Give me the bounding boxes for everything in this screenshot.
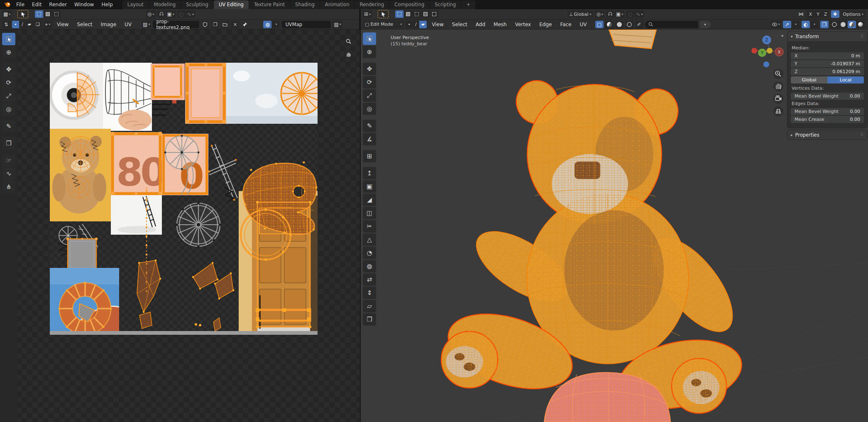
panel-drag-dots-icon[interactable]: ⠿ <box>861 132 864 137</box>
uv-tool-relax[interactable]: ∿ <box>2 167 15 180</box>
v3d-zoom-icon[interactable] <box>773 69 783 79</box>
median-y-field[interactable]: Y-0.019037 m <box>791 60 864 67</box>
uv-tool-cursor[interactable]: ⊕ <box>2 46 15 59</box>
door-plane-fragment[interactable] <box>609 29 656 49</box>
uv-tool-transform[interactable]: ◎ <box>2 103 15 115</box>
pivot-point-dropdown[interactable]: ◎▾ <box>595 10 604 18</box>
edge-mode-button[interactable]: ∕ <box>413 21 419 28</box>
uv-select-mode-set[interactable] <box>35 10 43 18</box>
shading-wireframe-button[interactable] <box>830 21 839 28</box>
uv-active-tool-indicator[interactable] <box>17 10 28 18</box>
tab-shading[interactable]: Shading <box>290 0 320 9</box>
v3d-tool-add-cube[interactable]: ⊞ <box>363 150 376 162</box>
uv-edge-select-button[interactable]: ∕ <box>20 21 25 28</box>
shading-solid-button[interactable] <box>839 21 847 28</box>
local-space-button[interactable]: Local <box>827 76 864 83</box>
tab-compositing[interactable]: Compositing <box>389 0 429 9</box>
v3d-menu-uv[interactable]: UV <box>577 20 590 29</box>
uv-map-name-field[interactable]: UVMap <box>282 21 331 28</box>
show-gizmo-toggle[interactable]: ↗ <box>783 21 791 28</box>
v3d-ortho-grid-icon[interactable] <box>773 106 783 116</box>
uv-map-icon[interactable]: ◍ <box>263 21 271 28</box>
v3d-menu-face[interactable]: Face <box>557 20 575 29</box>
tab-sculpting[interactable]: Sculpting <box>181 0 213 9</box>
menu-edit[interactable]: Edit <box>28 0 45 9</box>
shading-rendered-button[interactable] <box>856 21 865 28</box>
uv-menu-select[interactable]: Select <box>73 20 95 29</box>
shading-globe-icon[interactable] <box>625 21 633 28</box>
v3d-tool-poly-build[interactable]: △ <box>363 233 376 246</box>
show-overlays-toggle[interactable]: ◐ <box>802 21 810 28</box>
uv-pan-hand-icon[interactable] <box>343 49 353 59</box>
uv-island-select-button[interactable]: ❏ <box>34 21 42 28</box>
object-visibility-dropdown[interactable]: ▾ <box>770 21 781 28</box>
header-overflow-chevron[interactable]: ▾ <box>700 21 711 28</box>
v3d-tool-smooth[interactable]: ◍ <box>363 260 376 272</box>
uv-menu-uv[interactable]: UV <box>121 20 135 29</box>
v3d-tool-transform[interactable]: ◎ <box>363 103 376 115</box>
snap-target-dropdown[interactable]: ▣▾ <box>615 10 624 18</box>
v3d-tool-loop-cut[interactable]: ◫ <box>363 207 376 219</box>
uv-image-browse-dropdown[interactable]: ▨▾ <box>142 21 151 28</box>
menu-window[interactable]: Window <box>71 0 98 9</box>
uv-tool-rip-region[interactable]: ❐ <box>2 137 15 150</box>
menu-render[interactable]: Render <box>45 0 71 9</box>
v3d-tool-measure[interactable]: ∡ <box>363 133 376 145</box>
v3d-tool-knife[interactable]: ✂ <box>363 220 376 233</box>
uv-snap-target-dropdown[interactable]: ▣▾ <box>166 10 176 18</box>
tab-uv-editing[interactable]: UV Editing <box>214 0 249 9</box>
overlays-dropdown[interactable]: ▾ <box>810 21 819 28</box>
uv-zoom-icon[interactable] <box>343 36 353 46</box>
header-search-input[interactable] <box>645 21 698 28</box>
tab-modeling[interactable]: Modeling <box>149 0 181 9</box>
uv-sticky-select-dropdown[interactable]: ⌖▾ <box>44 21 52 28</box>
uv-sync-selection-toggle[interactable]: ⇅ <box>2 21 10 28</box>
median-z-field[interactable]: Z0.061209 m <box>791 68 864 75</box>
global-space-button[interactable]: Global <box>791 76 827 83</box>
uv-image-name-field[interactable]: prop-textures2.png <box>153 21 199 28</box>
tab-rendering[interactable]: Rendering <box>355 0 389 9</box>
menu-help[interactable]: Help <box>98 0 116 9</box>
toggle-xray-button[interactable]: ❐ <box>820 21 829 28</box>
panel-drag-dots-icon[interactable]: ⠿ <box>861 34 864 39</box>
v3d-scene[interactable]: Z Y X User Perspective (15) teddy_bear <box>361 29 868 422</box>
properties-panel-header[interactable]: ▸ Properties ⠿ <box>787 130 867 140</box>
uv-tool-rotate[interactable]: ⟳ <box>2 76 15 89</box>
add-workspace-button[interactable]: + <box>461 0 475 9</box>
uv-proportional-editing-toggle[interactable]: ◌ <box>177 10 186 18</box>
v3d-select-mode-subtract[interactable] <box>413 10 421 18</box>
uv-tool-annotate[interactable]: ✎ <box>2 120 15 132</box>
nav-gizmo[interactable]: Z Y X <box>751 36 783 67</box>
tab-texture-paint[interactable]: Texture Paint <box>249 0 290 9</box>
v3d-editor-type-dropdown[interactable]: ⊞▾ <box>363 10 372 18</box>
v3d-menu-edge[interactable]: Edge <box>536 20 555 29</box>
uv-snap-toggle[interactable] <box>157 10 166 18</box>
v3d-select-mode-intersect[interactable] <box>430 10 438 18</box>
v3d-tool-shear[interactable]: ▱ <box>363 300 376 312</box>
tab-animation[interactable]: Animation <box>320 0 355 9</box>
mean-crease-field[interactable]: Mean Crease0.00 <box>791 116 864 123</box>
v3d-pan-hand-icon[interactable] <box>773 81 783 91</box>
v3d-tool-extrude-region[interactable]: ↥ <box>363 167 376 179</box>
uv-atlas[interactable]: 80 0 <box>50 63 318 331</box>
uv-face-select-button[interactable]: ▰ <box>26 21 33 28</box>
v3d-menu-vertex[interactable]: Vertex <box>512 20 535 29</box>
open-image-folder-icon[interactable] <box>221 21 229 28</box>
v3d-tool-edge-slide[interactable]: ⇄ <box>363 273 376 286</box>
xray-toggle[interactable]: ▢ <box>595 21 604 28</box>
uv-menu-view[interactable]: View <box>54 20 72 29</box>
uv-tool-scale[interactable]: ⤢ <box>2 90 15 102</box>
transform-panel-header[interactable]: ▾ Transform ⠿ <box>787 32 867 41</box>
transform-orientation-dropdown[interactable]: ⟂Global▾ <box>567 10 593 18</box>
mirror-y-button[interactable]: Y <box>814 10 822 18</box>
v3d-tool-move[interactable]: ✥ <box>363 63 376 75</box>
mirror-x-button[interactable]: X <box>807 10 814 18</box>
face-mode-button[interactable]: ▰ <box>419 21 427 28</box>
mode-dropdown[interactable]: ▢Edit Mode▾ <box>363 21 404 28</box>
mirror-z-button[interactable]: Z <box>822 10 829 18</box>
tab-scripting[interactable]: Scripting <box>430 0 461 9</box>
teddy-bear-mesh[interactable] <box>439 75 748 419</box>
vertex-bevel-weight-field[interactable]: Mean Bevel Weight0.00 <box>791 93 864 100</box>
uv-display-settings-dropdown[interactable]: ▨▾ <box>333 21 342 28</box>
uv-tool-move[interactable]: ✥ <box>2 63 15 76</box>
